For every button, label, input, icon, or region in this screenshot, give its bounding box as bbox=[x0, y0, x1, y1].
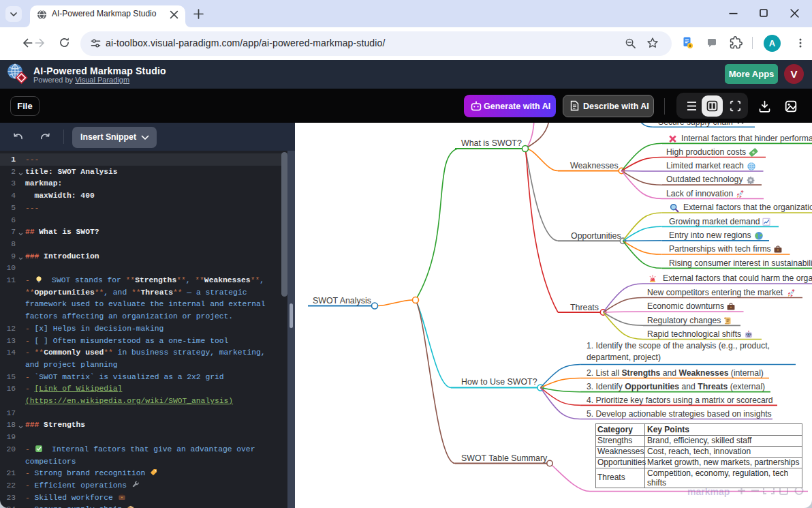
svg-text:Weaknesses: Weaknesses bbox=[570, 161, 619, 170]
svg-text:External factors that the orga: External factors that the organizatio bbox=[683, 203, 812, 212]
svg-text:Secure supply chain: Secure supply chain bbox=[658, 123, 733, 127]
svg-text:What is SWOT?: What is SWOT? bbox=[461, 138, 522, 148]
svg-text:Limited market reach: Limited market reach bbox=[666, 161, 744, 170]
svg-text:Rapid technological shifts: Rapid technological shifts bbox=[647, 329, 741, 339]
svg-text:External factors that could ha: External factors that could harm the org… bbox=[663, 273, 812, 283]
svg-text:Regulatory changes: Regulatory changes bbox=[647, 316, 721, 325]
svg-text:Threats: Threats bbox=[570, 303, 599, 312]
svg-text:Rising consumer interest in su: Rising consumer interest in sustainabili bbox=[669, 258, 812, 268]
svg-text:1. Identify the scope of the a: 1. Identify the scope of the analysis (e… bbox=[587, 341, 770, 350]
svg-text:Outdated technology: Outdated technology bbox=[666, 175, 743, 184]
svg-text:Economic downturns: Economic downturns bbox=[647, 301, 724, 311]
svg-text:5. Develop actionable strategi: 5. Develop actionable strategies based o… bbox=[587, 409, 772, 419]
svg-text:3. Identify Opportunities and: 3. Identify Opportunities and Threats (e… bbox=[587, 382, 765, 391]
svg-text:Internal factors that hinder p: Internal factors that hinder performa bbox=[681, 134, 812, 143]
svg-text:Lack of innovation: Lack of innovation bbox=[666, 189, 733, 198]
svg-text:2. List all Strengths and Weak: 2. List all Strengths and Weaknesses (in… bbox=[587, 368, 764, 378]
svg-text:Opportunities: Opportunities bbox=[571, 231, 621, 241]
svg-text:Partnerships with tech firms: Partnerships with tech firms bbox=[669, 244, 771, 254]
svg-text:Growing market demand: Growing market demand bbox=[669, 217, 760, 226]
svg-text:Entry into new regions: Entry into new regions bbox=[669, 230, 751, 240]
svg-text:department, project): department, project) bbox=[587, 353, 661, 362]
svg-text:SWOT Analysis: SWOT Analysis bbox=[313, 296, 371, 305]
svg-text:SWOT Table Summary: SWOT Table Summary bbox=[461, 453, 548, 463]
svg-text:High production costs: High production costs bbox=[666, 147, 746, 157]
svg-text:4. Prioritize key factors usin: 4. Prioritize key factors using a matrix… bbox=[587, 395, 773, 405]
svg-text:How to Use SWOT?: How to Use SWOT? bbox=[461, 377, 537, 387]
svg-text:New competitors entering the m: New competitors entering the market bbox=[647, 288, 783, 297]
